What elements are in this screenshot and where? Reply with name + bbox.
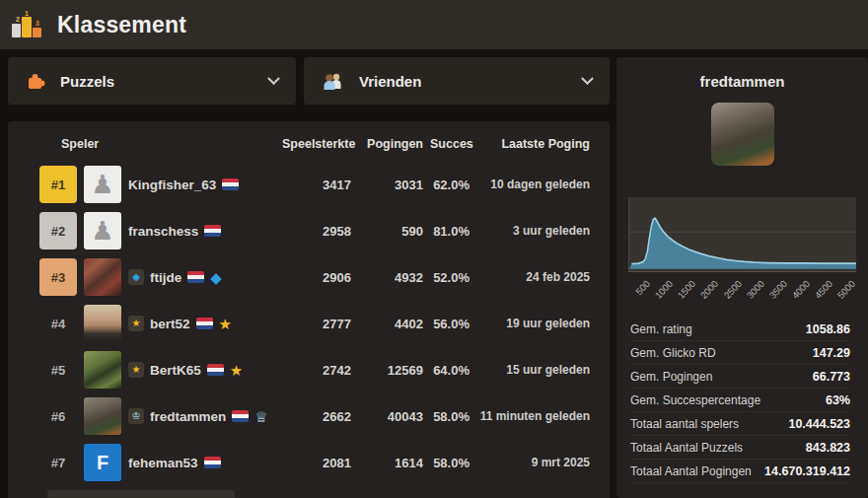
success-value: 56.0%	[430, 317, 470, 331]
stat-value: 14.670.319.412	[764, 464, 850, 478]
x-tick-label: 4000	[789, 278, 811, 301]
attempts-value: 12569	[358, 363, 423, 378]
photo-avatar	[84, 258, 121, 296]
photo-avatar	[84, 397, 121, 435]
profile-username: fredtammen	[616, 73, 868, 90]
player-name[interactable]: fredtammen	[150, 409, 226, 424]
x-tick-label: 3500	[766, 278, 788, 301]
scope-dropdown[interactable]: Vrienden	[304, 57, 610, 105]
player-name[interactable]: bert52	[150, 317, 190, 331]
pawn-avatar: ♟	[84, 166, 121, 203]
stat-row: Totaal Aantal Pogingen 14.670.319.412	[630, 460, 850, 483]
rank-badge: #1	[39, 166, 77, 203]
page-header: 2 1 3 Klassement	[0, 0, 868, 49]
diamond-icon: ◆	[128, 269, 144, 285]
svg-text:1: 1	[25, 10, 29, 17]
player-name[interactable]: ftijde	[150, 270, 181, 285]
stat-value: 63%	[826, 393, 850, 407]
rating-value: 2081	[282, 456, 351, 470]
star-icon: ★	[219, 317, 232, 331]
success-value: 58.0%	[430, 456, 470, 470]
stat-label: Totaal Aantal Pogingen	[630, 464, 752, 478]
last-attempt-value: 3 uur geleden	[476, 224, 590, 238]
rank-badge: #2	[39, 212, 77, 249]
stat-value: 10.444.523	[788, 417, 850, 431]
stat-value: 147.29	[813, 346, 850, 360]
svg-text:3: 3	[36, 20, 39, 27]
page-title: Klassement	[57, 12, 186, 38]
pawn-avatar: ♟	[84, 212, 121, 249]
star-icon: ★	[230, 363, 243, 378]
nl-flag-icon	[204, 457, 221, 468]
x-tick-label: 2500	[721, 278, 743, 301]
rank-label: #7	[39, 444, 77, 481]
table-row[interactable]: #4 ★ bert52 ★ 2777 4402 56.0% 19 uur gel…	[8, 305, 610, 342]
rating-value: 2777	[282, 317, 351, 331]
rating-value: 2906	[282, 270, 351, 285]
col-speelsterkte: Speelsterkte	[282, 137, 351, 151]
table-row[interactable]: #7 F feheman53 2081 1614 58.0% 9 mrt 202…	[8, 444, 610, 481]
player-name[interactable]: BertK65	[150, 363, 201, 378]
player-name[interactable]: Kingfisher_63	[128, 178, 216, 192]
stat-row: Gem. Glicko RD 147.29	[630, 341, 850, 365]
attempts-value: 1614	[358, 456, 423, 470]
profile-sidebar: fredtammen 50010001500200025003000350040…	[616, 57, 868, 498]
stat-label: Gem. Pogingen	[630, 370, 712, 384]
nl-flag-icon	[232, 410, 249, 422]
attempts-value: 590	[358, 224, 423, 239]
nl-flag-icon	[196, 318, 213, 329]
rating-value: 2742	[282, 363, 351, 378]
nl-flag-icon	[204, 225, 221, 237]
table-header-row: Speler Speelsterkte Pogingen Succes Laat…	[8, 121, 610, 166]
attempts-value: 3031	[358, 178, 423, 192]
rank-badge: #3	[39, 258, 77, 296]
nl-flag-icon	[222, 178, 239, 190]
table-row[interactable]: #2 ♟ franschess 2958 590 81.0% 3 uur gel…	[8, 212, 610, 249]
player-name[interactable]: franschess	[128, 224, 198, 239]
last-attempt-value: 24 feb 2025	[476, 270, 590, 284]
table-row[interactable]: #5 ★ BertK65 ★ 2742 12569 64.0% 15 uur g…	[8, 351, 610, 389]
star-icon: ★	[128, 362, 144, 378]
attempts-value: 4932	[358, 270, 423, 285]
x-tick-label: 3000	[744, 278, 765, 301]
table-row[interactable]: #1 ♟ Kingfisher_63 3417 3031 62.0% 10 da…	[8, 166, 610, 203]
stat-row: Gem. rating 1058.86	[630, 318, 850, 341]
rating-value: 2662	[282, 409, 351, 424]
nl-flag-icon	[187, 271, 204, 283]
player-name[interactable]: feheman53	[128, 456, 198, 470]
rank-label: #4	[39, 305, 77, 342]
stat-row: Totaal Aantal Puzzels 843.823	[630, 436, 850, 460]
stat-label: Totaal aantal spelers	[630, 417, 739, 431]
rating-value: 3417	[282, 178, 351, 192]
nl-flag-icon	[207, 364, 224, 376]
rank-label: #5	[39, 351, 77, 389]
chevron-down-icon	[581, 72, 594, 85]
scope-label: Vrienden	[359, 73, 421, 90]
leaderboard-table: Speler Speelsterkte Pogingen Succes Laat…	[8, 121, 610, 498]
x-tick-label: 5000	[835, 278, 857, 301]
table-row[interactable]: #3 ◆ ftijde ◆ 2906 4932 52.0% 24 feb 202…	[8, 258, 610, 296]
puzzle-type-label: Puzzels	[60, 73, 114, 90]
rating-value: 2958	[282, 224, 351, 239]
puzzle-type-dropdown[interactable]: Puzzels	[8, 57, 296, 105]
col-laatste-poging: Laatste Poging	[476, 137, 590, 151]
photo-avatar	[84, 351, 121, 389]
table-row[interactable]: #6 ♔ fredtammen ♕ 2662 40043 58.0% 11 mi…	[8, 397, 610, 435]
stat-value: 66.773	[813, 370, 850, 384]
x-tick-label: 2000	[698, 278, 720, 301]
profile-avatar	[711, 103, 774, 166]
star-icon: ★	[128, 316, 144, 331]
stat-row: Totaal aantal spelers 10.444.523	[630, 412, 850, 436]
stat-row: Gem. Pogingen 66.773	[630, 365, 850, 389]
stat-label: Gem. Succespercentage	[630, 393, 760, 407]
chart-x-ticks: 500100015002000250030003500400045005000	[628, 272, 856, 312]
friends-icon	[322, 71, 344, 91]
x-tick-label: 4500	[813, 278, 834, 301]
last-attempt-value: 9 mrt 2025	[476, 456, 590, 469]
attempts-value: 4402	[358, 317, 423, 331]
last-attempt-value: 10 dagen geleden	[476, 178, 590, 191]
puzzle-piece-icon	[26, 71, 45, 91]
stats-list: Gem. rating 1058.86 Gem. Glicko RD 147.2…	[630, 318, 850, 483]
stat-value: 1058.86	[806, 322, 850, 336]
svg-text:2: 2	[16, 16, 20, 23]
